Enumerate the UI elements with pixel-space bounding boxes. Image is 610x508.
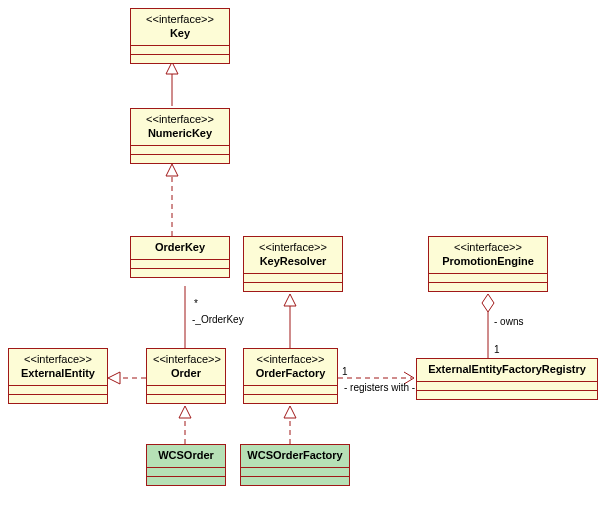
svg-marker-9 bbox=[284, 406, 296, 418]
svg-marker-5 bbox=[284, 294, 296, 306]
svg-marker-3 bbox=[166, 164, 178, 176]
class-orderkey: OrderKey bbox=[130, 236, 230, 278]
class-wcsorder: WCSOrder bbox=[146, 444, 226, 486]
class-name: WCSOrder bbox=[153, 449, 219, 463]
svg-marker-7 bbox=[179, 406, 191, 418]
stereotype: <<interface>> bbox=[137, 13, 223, 27]
stereotype: <<interface>> bbox=[15, 353, 101, 367]
svg-marker-11 bbox=[108, 372, 120, 384]
stereotype: <<interface>> bbox=[250, 353, 331, 367]
class-order: <<interface>> Order bbox=[146, 348, 226, 404]
edge-mult-registers: 1 bbox=[342, 366, 348, 377]
stereotype: <<interface>> bbox=[250, 241, 336, 255]
edge-role-registers: - registers with - bbox=[344, 382, 415, 393]
edge-role-orderkey: -_OrderKey bbox=[192, 314, 244, 325]
class-keyresolver: <<interface>> KeyResolver bbox=[243, 236, 343, 292]
class-orderfactory: <<interface>> OrderFactory bbox=[243, 348, 338, 404]
class-wcsorderfactory: WCSOrderFactory bbox=[240, 444, 350, 486]
class-name: Order bbox=[153, 367, 219, 381]
edge-mult-owns: 1 bbox=[494, 344, 500, 355]
svg-marker-1 bbox=[166, 62, 178, 74]
class-name: PromotionEngine bbox=[435, 255, 541, 269]
svg-marker-14 bbox=[482, 294, 494, 312]
edge-mult-orderkey: * bbox=[194, 298, 198, 309]
class-name: ExternalEntityFactoryRegistry bbox=[423, 363, 591, 377]
class-name: OrderKey bbox=[137, 241, 223, 255]
stereotype: <<interface>> bbox=[435, 241, 541, 255]
class-name: KeyResolver bbox=[250, 255, 336, 269]
edge-role-owns: - owns bbox=[494, 316, 523, 327]
class-eefregistry: ExternalEntityFactoryRegistry bbox=[416, 358, 598, 400]
class-numerickey: <<interface>> NumericKey bbox=[130, 108, 230, 164]
class-promotionengine: <<interface>> PromotionEngine bbox=[428, 236, 548, 292]
class-name: OrderFactory bbox=[250, 367, 331, 381]
class-key: <<interface>> Key bbox=[130, 8, 230, 64]
class-name: Key bbox=[137, 27, 223, 41]
class-name: NumericKey bbox=[137, 127, 223, 141]
class-name: WCSOrderFactory bbox=[247, 449, 343, 463]
class-externalentity: <<interface>> ExternalEntity bbox=[8, 348, 108, 404]
class-name: ExternalEntity bbox=[15, 367, 101, 381]
stereotype: <<interface>> bbox=[153, 353, 219, 367]
stereotype: <<interface>> bbox=[137, 113, 223, 127]
